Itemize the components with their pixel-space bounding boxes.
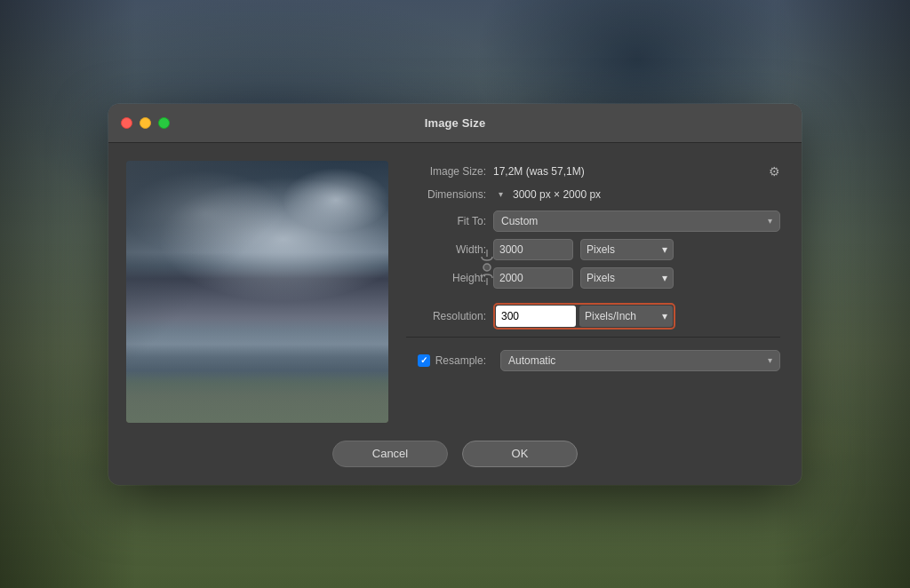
resample-method-select[interactable]: Automatic ▾: [500, 350, 780, 371]
height-input[interactable]: [493, 267, 573, 289]
resolution-unit-value: Pixels/Inch: [585, 310, 636, 322]
resample-checkbox-area: ✓ Resample:: [406, 354, 486, 367]
right-panel: Image Size: 17,2M (was 57,1M) ⚙ Dimensio…: [406, 161, 780, 423]
dimensions-label: Dimensions:: [406, 188, 486, 201]
height-row: Height: Pixels ▾: [406, 267, 780, 289]
fit-to-select[interactable]: Custom ▾: [493, 211, 780, 232]
resolution-input-group: Pixels/Inch ▾: [493, 303, 675, 330]
dialog-buttons: Cancel OK: [108, 441, 802, 485]
checkmark-icon: ✓: [420, 356, 427, 365]
resolution-input[interactable]: [496, 306, 576, 327]
image-size-dialog: Image Size Image Size: 17,2M (was 57,1M)…: [108, 104, 802, 485]
fit-to-row: Fit To: Custom ▾: [406, 211, 780, 232]
resolution-label: Resolution:: [406, 310, 486, 322]
width-label: Width:: [406, 243, 486, 256]
dialog-title: Image Size: [425, 116, 486, 130]
resolution-row: Resolution: Pixels/Inch ▾: [406, 303, 780, 330]
dialog-overlay: Image Size Image Size: 17,2M (was 57,1M)…: [0, 0, 910, 588]
window-controls: [121, 117, 170, 129]
width-height-section: Width: Pixels ▾ Height: Pixels ▾: [406, 239, 780, 296]
height-unit-select[interactable]: Pixels ▾: [580, 267, 674, 289]
dimensions-chevron-icon[interactable]: ▾: [493, 187, 507, 202]
separator: [406, 337, 780, 338]
width-row: Width: Pixels ▾: [406, 239, 780, 260]
minimize-button[interactable]: [140, 117, 151, 129]
resample-checkbox[interactable]: ✓: [418, 354, 430, 367]
resample-method-chevron-icon: ▾: [768, 355, 772, 365]
resample-label: Resample:: [435, 354, 486, 367]
svg-point-0: [483, 264, 491, 271]
width-unit-select[interactable]: Pixels ▾: [580, 239, 674, 260]
width-input[interactable]: [493, 239, 573, 260]
cancel-button[interactable]: Cancel: [332, 441, 448, 467]
resample-row: ✓ Resample: Automatic ▾: [406, 350, 780, 371]
preview-image-render: [126, 161, 388, 423]
dimensions-value: 3000 px × 2000 px: [513, 188, 601, 201]
resolution-unit-select[interactable]: Pixels/Inch ▾: [579, 306, 673, 327]
maximize-button[interactable]: [158, 117, 170, 129]
dimensions-row: Dimensions: ▾ 3000 px × 2000 px: [406, 187, 780, 202]
ok-button[interactable]: OK: [462, 441, 578, 467]
resample-method-value: Automatic: [508, 354, 555, 367]
image-size-row: Image Size: 17,2M (was 57,1M) ⚙: [406, 164, 780, 179]
resolution-unit-chevron-icon: ▾: [662, 310, 667, 322]
height-unit-value: Pixels: [587, 272, 615, 284]
width-unit-chevron-icon: ▾: [662, 243, 667, 256]
fit-to-value: Custom: [501, 215, 538, 227]
width-unit-value: Pixels: [587, 243, 615, 256]
image-size-value: 17,2M (was 57,1M): [493, 165, 585, 178]
height-label: Height:: [406, 272, 486, 284]
dialog-content: Image Size: 17,2M (was 57,1M) ⚙ Dimensio…: [108, 143, 802, 441]
gear-icon[interactable]: ⚙: [769, 164, 780, 179]
fit-to-label: Fit To:: [406, 215, 486, 227]
constrain-proportions-icon[interactable]: [480, 248, 494, 287]
image-size-label: Image Size:: [406, 165, 486, 178]
fit-to-chevron-icon: ▾: [768, 216, 772, 226]
close-button[interactable]: [121, 117, 132, 129]
image-preview: [126, 161, 388, 423]
title-bar: Image Size: [108, 104, 802, 143]
height-unit-chevron-icon: ▾: [662, 272, 667, 284]
